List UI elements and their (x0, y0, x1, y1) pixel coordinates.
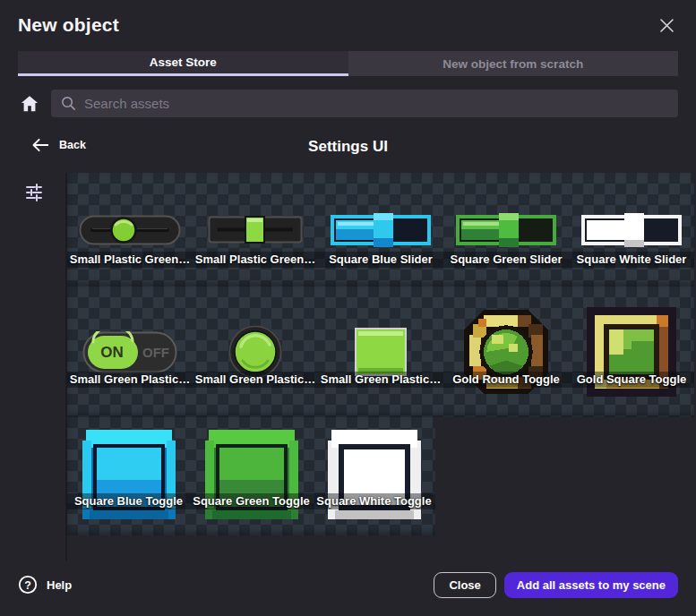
close-button[interactable]: Close (434, 572, 495, 598)
pill-slider-green-art (79, 213, 181, 247)
asset-label: Small Plastic Green… (67, 252, 193, 268)
search-row (18, 90, 678, 117)
dialog-header: New object (0, 0, 696, 36)
home-icon (20, 94, 39, 114)
asset-label: Gold Round Toggle (443, 372, 569, 388)
tab-bar: Asset Store New object from scratch (18, 51, 678, 76)
asset-card-small-green-plastic-square-button[interactable]: Small Green Plastic… (318, 287, 443, 417)
asset-card-square-green-slider[interactable]: Square Green Slider (443, 173, 569, 287)
asset-label: Square Blue Slider (318, 252, 443, 268)
asset-card-small-plastic-green-slider-square[interactable]: Small Plastic Green… (193, 173, 318, 287)
tab-new-object-from-scratch[interactable]: New object from scratch (348, 51, 679, 76)
toggle-off-text: OFF (142, 345, 169, 360)
pixel-slider-white-art (581, 213, 682, 247)
asset-row-toggles: ON OFF Small Green Plastic… (67, 287, 694, 417)
asset-row-sliders: Small Plastic Green… Small Plastic Green… (67, 173, 694, 287)
close-icon[interactable] (659, 18, 675, 33)
asset-label: Small Green Plastic… (318, 372, 443, 388)
asset-label: Square Green Slider (443, 252, 569, 268)
asset-label: Square White Slider (569, 252, 694, 268)
asset-card-gold-square-toggle[interactable]: Gold Square Toggle (569, 287, 694, 417)
asset-card-square-blue-toggle[interactable]: Square Blue Toggle (67, 417, 190, 535)
page-title: New object (18, 14, 678, 36)
nav-row: Back Settings UI (0, 137, 696, 160)
pack-title: Settings UI (0, 138, 696, 156)
onoff-toggle-art: ON OFF (82, 331, 177, 373)
home-button[interactable] (18, 92, 41, 116)
green-square-button-art (355, 328, 407, 376)
asset-label: Small Green Plastic… (193, 372, 318, 388)
main-area: Small Plastic Green… Small Plastic Green… (0, 173, 696, 560)
add-all-assets-button[interactable]: Add all assets to my scene (504, 572, 678, 598)
asset-label: Small Plastic Green… (193, 252, 318, 268)
search-box (51, 90, 678, 117)
tab-asset-store[interactable]: Asset Store (18, 51, 348, 76)
new-object-dialog: New object Asset Store New object from s… (0, 0, 696, 616)
asset-label: Square Blue Toggle (67, 493, 190, 509)
asset-card-square-white-toggle[interactable]: Square White Toggle (313, 417, 435, 535)
pixel-slider-green-art (456, 213, 556, 247)
asset-card-small-green-plastic-round-button[interactable]: Small Green Plastic… (193, 287, 318, 417)
pixel-slider-blue-art (331, 213, 431, 247)
asset-label: Gold Square Toggle (569, 372, 694, 388)
asset-card-square-white-slider[interactable]: Square White Slider (569, 173, 694, 287)
help-icon: ? (18, 575, 38, 595)
footer-buttons: Close Add all assets to my scene (434, 572, 678, 598)
filter-button[interactable] (21, 180, 47, 205)
search-input[interactable] (51, 90, 678, 117)
asset-card-small-green-plastic-onoff[interactable]: ON OFF Small Green Plastic… (67, 287, 193, 417)
green-round-button-art (228, 325, 282, 379)
dialog-footer: ? Help Close Add all assets to my scene (0, 553, 696, 616)
filter-tune-icon (23, 182, 45, 203)
asset-card-square-blue-slider[interactable]: Square Blue Slider (318, 173, 443, 287)
asset-label: Small Green Plastic… (67, 372, 193, 388)
asset-card-small-plastic-green-slider-round[interactable]: Small Plastic Green… (67, 173, 193, 287)
asset-card-square-green-toggle[interactable]: Square Green Toggle (190, 417, 313, 535)
asset-card-gold-round-toggle[interactable]: Gold Round Toggle (443, 287, 569, 417)
help-label: Help (47, 578, 72, 592)
asset-label: Square Green Toggle (190, 493, 313, 509)
help-button[interactable]: ? Help (18, 575, 72, 595)
asset-label: Square White Toggle (313, 493, 435, 509)
asset-row-square-toggles: Square Blue Toggle (67, 417, 435, 535)
toggle-on-text: ON (100, 344, 124, 361)
tab-from-scratch-label: New object from scratch (443, 57, 583, 71)
help-question-glyph: ? (24, 579, 31, 592)
search-icon (60, 95, 77, 112)
asset-grid: Small Plastic Green… Small Plastic Green… (65, 173, 692, 560)
tab-asset-store-label: Asset Store (150, 56, 217, 69)
filter-rail (0, 173, 67, 560)
square-knob-slider-green-art (208, 214, 303, 245)
